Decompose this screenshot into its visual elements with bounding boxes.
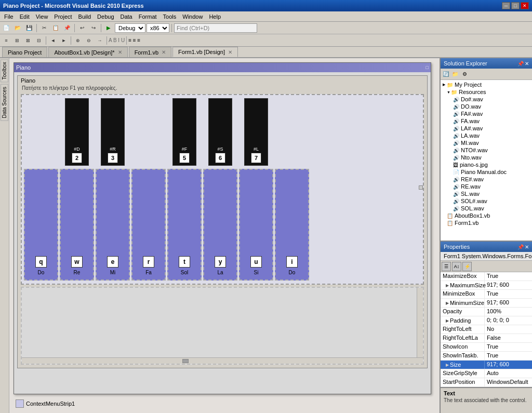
- close-tab-form1vb[interactable]: ✕: [162, 49, 166, 55]
- tree-item-lawav[interactable]: 🔊 LA.wav: [442, 132, 531, 139]
- form-maximize-icon[interactable]: □: [426, 65, 429, 70]
- close-button[interactable]: ✕: [521, 2, 529, 9]
- se-toolbar-btn1[interactable]: 🔄: [442, 70, 450, 78]
- tree-item-slwav[interactable]: 🔊 SL.wav: [442, 190, 531, 197]
- menu-project[interactable]: Project: [51, 12, 75, 21]
- tb2-btn6[interactable]: ►: [59, 36, 69, 45]
- data-sources-label[interactable]: Data Sources: [1, 84, 8, 121]
- title-bar: Piano Project - Microsoft Visual Basic 2…: [0, 0, 532, 11]
- props-pin-icon[interactable]: 📌: [517, 244, 524, 250]
- menu-window[interactable]: Window: [179, 12, 206, 21]
- white-key-la[interactable]: y La: [203, 169, 237, 281]
- tree-item-rewav[interactable]: 🔊 RE.wav: [442, 183, 531, 190]
- cut-btn[interactable]: ✂: [39, 23, 49, 33]
- tab-form1vb[interactable]: Form1.vb ✕: [129, 47, 171, 57]
- tab-aboutbox1[interactable]: AboutBox1.vb [Design]* ✕: [48, 47, 127, 57]
- tree-item-resources[interactable]: ▼ 📁 Resources: [442, 88, 531, 96]
- tree-item-lasharpwav[interactable]: 🔊 LA#.wav: [442, 125, 531, 132]
- props-sort-cat-btn[interactable]: ☰: [442, 262, 451, 271]
- window-controls: ─ □ ✕: [502, 2, 529, 9]
- tree-item-myproject[interactable]: ▶ 📁 My Project: [442, 81, 531, 88]
- tree-item-ntosharpwav[interactable]: 🔊 NTO#.wav: [442, 146, 531, 154]
- menu-build[interactable]: Build: [75, 12, 94, 21]
- menu-view[interactable]: View: [33, 12, 51, 21]
- toolbox-label[interactable]: Toolbox: [1, 59, 8, 82]
- tree-item-pianomanualdoc[interactable]: 📄 Piano Manual.doc: [442, 168, 531, 176]
- copy-btn[interactable]: 📋: [50, 23, 61, 33]
- tb2-btn8[interactable]: ⊖: [84, 36, 94, 45]
- file-icon-dowav: 🔊: [453, 104, 459, 110]
- vscrollbar[interactable]: [417, 288, 423, 357]
- se-toolbar-btn2[interactable]: 📁: [451, 70, 459, 78]
- tb2-btn5[interactable]: ◄: [48, 36, 58, 45]
- platform-select[interactable]: x86: [147, 23, 169, 33]
- find-input[interactable]: [174, 23, 257, 33]
- se-pin-icon[interactable]: 📌: [517, 61, 524, 66]
- tree-item-form1vb[interactable]: 📋 Form1.vb: [442, 219, 531, 227]
- tree-item-miwav[interactable]: 🔊 MI.wav: [442, 139, 531, 146]
- hscrollbar[interactable]: [22, 357, 423, 364]
- prop-row-size[interactable]: ▶Size 917; 600: [441, 361, 532, 369]
- tree-item-pianosjpg[interactable]: 🖼 piano-s.jpg: [442, 161, 531, 168]
- black-key-f[interactable]: #F 5: [172, 98, 196, 166]
- close-tab-aboutbox1[interactable]: ✕: [118, 49, 122, 55]
- minimize-button[interactable]: ─: [502, 2, 510, 9]
- start-btn[interactable]: ▶: [103, 23, 114, 33]
- tree-item-dowav[interactable]: 🔊 DO.wav: [442, 103, 531, 110]
- black-key-l[interactable]: #L 7: [244, 98, 268, 166]
- black-key-s[interactable]: #S 6: [208, 98, 232, 166]
- tb2-btn2[interactable]: ⊞: [12, 36, 22, 45]
- redo-btn[interactable]: ↪: [88, 23, 99, 33]
- save-btn[interactable]: 💾: [24, 23, 34, 33]
- white-key-sol[interactable]: t Sol: [167, 169, 202, 281]
- props-close-icon[interactable]: ✕: [525, 244, 529, 250]
- menu-tools[interactable]: Tools: [160, 12, 180, 21]
- menu-edit[interactable]: Edit: [17, 12, 33, 21]
- prop-name-size: ▶Size: [441, 361, 485, 369]
- menu-help[interactable]: Help: [206, 12, 224, 21]
- black-key-r[interactable]: #R 3: [101, 98, 125, 166]
- tb2-btn3[interactable]: ⊠: [23, 36, 33, 45]
- undo-btn[interactable]: ↩: [77, 23, 87, 33]
- menu-file[interactable]: File: [1, 12, 17, 21]
- file-icon-ntosharpwav: 🔊: [453, 148, 459, 153]
- se-close-icon[interactable]: ✕: [525, 61, 529, 66]
- tb2-btn1[interactable]: ≡: [1, 36, 11, 45]
- black-key-d[interactable]: #D 2: [65, 98, 89, 166]
- tb2-btn9[interactable]: →: [95, 36, 105, 45]
- tree-item-fasharpwav[interactable]: 🔊 FA#.wav: [442, 110, 531, 117]
- white-key-si[interactable]: u Si: [239, 169, 273, 281]
- close-tab-form1vb-design[interactable]: ✕: [228, 49, 232, 55]
- open-btn[interactable]: 📂: [12, 23, 23, 33]
- props-sort-alpha-btn[interactable]: A↕: [452, 262, 461, 271]
- menu-format[interactable]: Format: [136, 12, 160, 21]
- se-toolbar-btn3[interactable]: ⚙: [460, 70, 469, 78]
- tree-item-aboutbox1vb[interactable]: 📋 AboutBox1.vb: [442, 212, 531, 219]
- tree-item-solsharpwav[interactable]: 🔊 SOL#.wav: [442, 197, 531, 205]
- tree-item-fawav[interactable]: 🔊 FA.wav: [442, 117, 531, 125]
- menu-data[interactable]: Data: [117, 12, 136, 21]
- tab-piano-project[interactable]: Piano Project: [2, 47, 47, 57]
- tb2-btn7[interactable]: ⊕: [73, 36, 83, 45]
- key-group-fa: r Fa: [131, 98, 166, 281]
- paste-btn[interactable]: 📌: [62, 23, 72, 33]
- menu-debug[interactable]: Debug: [94, 12, 117, 21]
- white-key-re[interactable]: w Re: [60, 169, 94, 281]
- tree-item-dosharpwav[interactable]: 🔊 Do#.wav: [442, 96, 531, 103]
- white-key-do2[interactable]: i Do: [275, 169, 309, 281]
- tree-item-resharpwav[interactable]: 🔊 RE#.wav: [442, 176, 531, 183]
- props-events-btn[interactable]: ⚡: [462, 262, 472, 271]
- tb2-btn4[interactable]: ⊟: [34, 36, 44, 45]
- debug-mode-select[interactable]: Debug: [115, 23, 145, 33]
- restore-button[interactable]: □: [511, 2, 520, 9]
- resize-handle-right[interactable]: [419, 185, 423, 190]
- tree-item-ntowav[interactable]: 🔊 Nto.wav: [442, 154, 531, 161]
- new-btn[interactable]: 📄: [1, 23, 11, 33]
- tree-item-solwav[interactable]: 🔊 SOL.wav: [442, 205, 531, 212]
- prop-row-maximumsize: ▶MaximumSize 917; 600: [441, 281, 532, 290]
- tab-form1vb-design[interactable]: Form1.vb [Design] ✕: [172, 47, 238, 57]
- white-key-fa[interactable]: r Fa: [131, 169, 166, 281]
- prop-val-minimizebox: True: [485, 290, 532, 298]
- white-key-do[interactable]: q Do: [24, 169, 58, 281]
- white-key-mi[interactable]: e Mi: [96, 169, 130, 281]
